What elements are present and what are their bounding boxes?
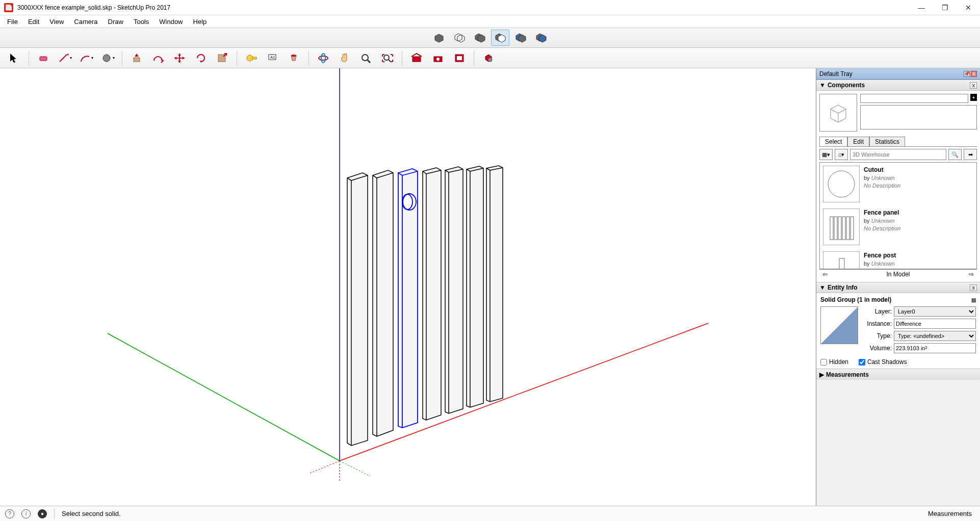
entity-close-icon[interactable]: x [970, 284, 977, 291]
entity-info-header[interactable]: ▼ Entity Info x [816, 282, 980, 293]
nav-back-icon[interactable]: ⇦ [822, 271, 828, 278]
extensions-button[interactable] [479, 50, 498, 66]
components-panel: + Select Edit Statistics ▦▾ ⌂▾ 🔍 ➡ [816, 91, 980, 282]
list-item[interactable]: Cutout by Unknown No Description [820, 163, 976, 205]
layout-button[interactable] [450, 50, 469, 66]
svg-line-24 [340, 461, 370, 476]
component-name-input[interactable] [860, 94, 968, 103]
window-title: 3000XXX fence example_solid.skp - Sketch… [17, 4, 170, 11]
in-model-button[interactable]: ⌂▾ [835, 149, 848, 160]
entity-menu-icon[interactable]: ▤ [971, 297, 976, 303]
menu-draw[interactable]: Draw [103, 17, 128, 27]
pan-tool[interactable] [336, 50, 354, 66]
subtract-button[interactable] [491, 30, 509, 46]
svg-point-9 [319, 56, 328, 60]
warehouse-button[interactable] [407, 50, 426, 66]
tray-close-icon[interactable]: x [971, 71, 977, 77]
component-search-bar: ▦▾ ⌂▾ 🔍 ➡ [819, 146, 977, 162]
tab-edit[interactable]: Edit [847, 137, 869, 146]
paint-tool[interactable] [285, 50, 303, 66]
zoom-tool[interactable] [357, 50, 375, 66]
zoom-extents-tool[interactable] [378, 50, 397, 66]
list-item[interactable]: Fence panel by Unknown No Description [820, 205, 976, 248]
layer-label: Layer: [862, 308, 892, 315]
trim-button[interactable] [511, 30, 530, 46]
components-panel-header[interactable]: ▼ Components x [816, 80, 980, 91]
svg-text:A1: A1 [270, 55, 275, 60]
menu-edit[interactable]: Edit [23, 17, 44, 27]
rotate-tool[interactable] [192, 50, 210, 66]
menu-view[interactable]: View [44, 17, 69, 27]
tab-select[interactable]: Select [819, 137, 847, 146]
arc-tool[interactable]: ▾ [77, 50, 95, 66]
menu-window[interactable]: Window [154, 17, 188, 27]
menu-tools[interactable]: Tools [128, 17, 154, 27]
tab-statistics[interactable]: Statistics [869, 137, 905, 146]
entity-title: Solid Group (1 in model) [820, 296, 891, 303]
component-desc-input[interactable] [860, 105, 977, 129]
search-button[interactable]: 🔍 [948, 149, 962, 160]
svg-line-23 [309, 461, 340, 474]
menu-camera[interactable]: Camera [69, 17, 102, 27]
expand-icon[interactable]: + [970, 94, 977, 101]
svg-point-15 [436, 58, 440, 61]
tape-tool[interactable] [242, 50, 261, 66]
close-button[interactable]: ✕ [957, 0, 980, 15]
move-tool[interactable] [170, 50, 189, 66]
split-button[interactable] [532, 30, 550, 46]
material-swatch[interactable] [820, 306, 858, 344]
hidden-checkbox[interactable]: Hidden [820, 358, 848, 366]
layer-select[interactable]: Layer0 [894, 306, 976, 317]
svg-rect-2 [134, 58, 140, 62]
measurements-panel-header[interactable]: ▶ Measurements [816, 369, 980, 380]
orbit-tool[interactable] [314, 50, 332, 66]
svg-point-25 [403, 194, 416, 210]
union-button[interactable] [471, 30, 489, 46]
menu-help[interactable]: Help [188, 17, 212, 27]
search-input[interactable] [850, 149, 946, 160]
type-select[interactable]: Type: <undefined> [894, 331, 976, 341]
component-list[interactable]: Cutout by Unknown No Description Fence p… [819, 162, 977, 269]
extension-warehouse-button[interactable] [429, 50, 447, 66]
line-tool[interactable]: ▾ [56, 50, 74, 66]
offset-tool[interactable] [149, 50, 167, 66]
main-toolbar: ▾ ▾ ▾ A1 [0, 48, 980, 68]
nav-fwd-icon[interactable]: ⇨ [969, 271, 974, 278]
info-icon[interactable]: i [21, 509, 31, 518]
warehouse-link-button[interactable]: ➡ [964, 149, 977, 160]
svg-rect-17 [457, 56, 462, 60]
tray-title[interactable]: Default Tray 📌 x [816, 68, 980, 80]
components-close-icon[interactable]: x [970, 82, 977, 89]
minimize-button[interactable]: ― [910, 0, 933, 15]
cast-shadows-checkbox[interactable]: Cast Shadows [859, 358, 907, 366]
scale-tool[interactable] [213, 50, 231, 66]
svg-point-18 [488, 58, 492, 62]
tray-title-label: Default Tray [819, 70, 853, 77]
instance-input[interactable] [894, 319, 976, 329]
svg-rect-31 [842, 217, 845, 240]
pushpull-tool[interactable] [127, 50, 146, 66]
outer-shell-button[interactable] [430, 30, 448, 46]
entity-header-label: Entity Info [828, 284, 858, 291]
text-tool[interactable]: A1 [264, 50, 282, 66]
select-tool[interactable] [5, 50, 23, 66]
svg-rect-29 [834, 217, 837, 240]
svg-point-8 [291, 55, 296, 57]
solid-tools-toolbar [0, 28, 980, 48]
list-item[interactable]: Fence post by Unknown No Description [820, 248, 976, 269]
user-icon[interactable]: ● [38, 509, 47, 518]
eraser-tool[interactable] [34, 50, 53, 66]
shape-tool[interactable]: ▾ [98, 50, 117, 66]
pin-icon[interactable]: 📌 [964, 71, 970, 77]
maximize-button[interactable]: ❐ [933, 0, 957, 15]
svg-point-12 [384, 55, 389, 60]
model-viewport[interactable] [0, 68, 816, 506]
svg-rect-30 [838, 217, 841, 240]
title-bar: 3000XXX fence example_solid.skp - Sketch… [0, 0, 980, 15]
entity-info-panel: Solid Group (1 in model) ▤ Layer: Layer0… [816, 293, 980, 369]
view-mode-button[interactable]: ▦▾ [819, 149, 833, 160]
intersect-button[interactable] [450, 30, 469, 46]
svg-rect-33 [850, 217, 854, 240]
help-icon[interactable]: ? [5, 509, 14, 518]
menu-file[interactable]: File [2, 17, 23, 27]
